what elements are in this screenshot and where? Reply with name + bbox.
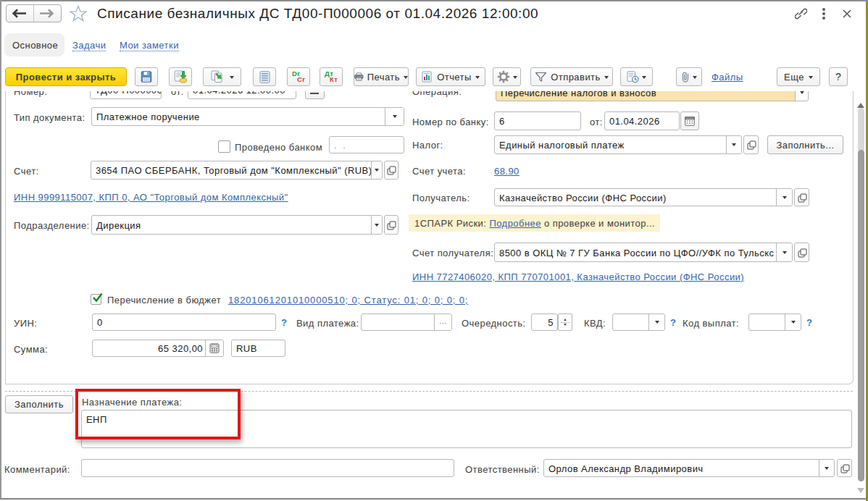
- svg-text:Кт: Кт: [330, 75, 338, 83]
- svg-text:Cr: Cr: [297, 75, 305, 83]
